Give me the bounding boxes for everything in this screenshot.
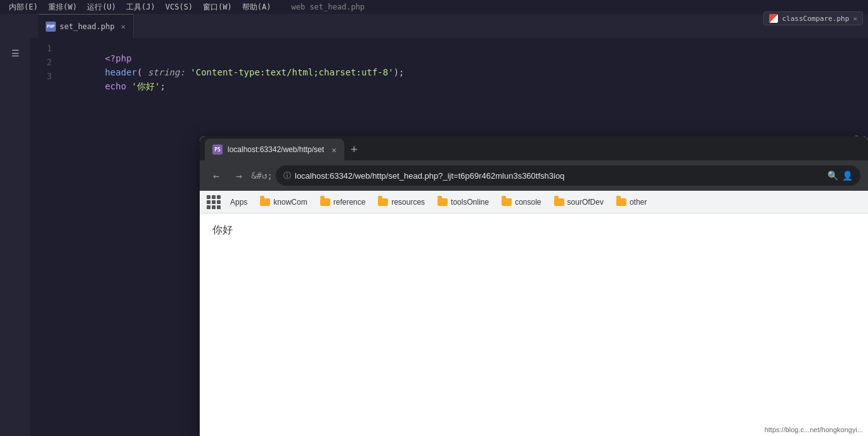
echo-keyword: echo: [105, 81, 126, 91]
bookmark-resources[interactable]: resources: [373, 195, 430, 209]
bookmark-sourOfDev-label: sourOfDev: [567, 198, 604, 207]
echo-string-value: '你好': [132, 81, 160, 91]
code-lines: 1 <?php 2 header( string: 'Content-type:…: [30, 38, 868, 85]
browser-back-button[interactable]: ←: [207, 167, 225, 184]
editor-tab-set-head[interactable]: PHP set_head.php ✕: [38, 14, 134, 38]
bookmark-resources-folder-icon: [378, 198, 388, 206]
bookmark-apps-label: Apps: [230, 198, 247, 207]
browser-window: PS localhost:63342/web/http/set ✕ + ← → …: [200, 136, 868, 436]
menu-item-bangzhu[interactable]: 帮助(A): [238, 1, 275, 14]
sidebar-toggle-button[interactable]: ☰: [5, 43, 25, 63]
bookmark-folder-icon: [260, 198, 270, 206]
bookmark-sourOfDev[interactable]: sourOfDev: [549, 195, 609, 209]
browser-address-bar-row: ← → &#↺; ⓘ localhost:63342/web/http/set_…: [200, 160, 868, 191]
line-number-2: 2: [30, 57, 62, 67]
menu-item-yunxing[interactable]: 运行(U): [83, 1, 120, 14]
browser-forward-button[interactable]: →: [230, 167, 248, 184]
code-line-2: 2 header( string: 'Content-type:text/htm…: [30, 57, 868, 71]
menu-item-vcs[interactable]: VCS(S): [162, 1, 197, 13]
class-compare-label: classCompare.php: [782, 15, 849, 23]
browser-reload-button[interactable]: &#↺;: [253, 167, 271, 184]
bookmark-apps[interactable]: Apps: [225, 195, 252, 209]
bookmark-knowcom[interactable]: knowCom: [255, 195, 312, 209]
apps-grid: [207, 195, 221, 209]
bookmark-reference-label: reference: [334, 198, 366, 207]
header-string-value: 'Content-type:text/html;charset:utf-8': [190, 67, 393, 77]
line-number-3: 3: [30, 71, 62, 81]
menu-item-filepath: web set_head.php: [287, 1, 368, 13]
bookmark-console-label: console: [515, 198, 541, 207]
bookmark-other-folder-icon: [616, 198, 626, 206]
bookmark-sourOfDev-folder-icon: [554, 198, 564, 206]
bookmark-reference[interactable]: reference: [315, 195, 371, 209]
menu-item-chuangkou[interactable]: 窗口(W): [199, 1, 236, 14]
line-number-1: 1: [30, 43, 62, 53]
new-tab-button[interactable]: +: [347, 142, 361, 155]
side-toolbar: ☰: [0, 38, 30, 436]
line-content-3: echo '你好';: [62, 71, 165, 103]
tab-filename: set_head.php: [60, 22, 115, 31]
bookmark-knowcom-label: knowCom: [273, 198, 307, 207]
code-line-1: 1 <?php: [30, 43, 868, 57]
bookmark-toolsonline-folder-icon: [437, 198, 448, 206]
class-compare-tab[interactable]: classCompare.php ✕: [763, 11, 863, 25]
bookmark-other-label: other: [630, 198, 647, 207]
addr-right-icons: 🔍 👤: [827, 170, 853, 181]
profile-icon[interactable]: 👤: [842, 170, 853, 181]
browser-favicon: PS: [212, 144, 223, 155]
browser-tab-title: localhost:63342/web/http/set: [228, 145, 324, 154]
page-hello-text: 你好: [212, 224, 855, 237]
favicon-label: PS: [214, 147, 221, 153]
status-hint: https://blog.c...net/hongkongyi...: [765, 426, 863, 433]
browser-page-content: 你好: [200, 214, 868, 436]
code-line-3: 3 echo '你好';: [30, 71, 868, 85]
bookmark-console[interactable]: console: [496, 195, 546, 209]
address-bar[interactable]: ⓘ localhost:63342/web/http/set_head.php?…: [276, 165, 860, 186]
browser-tab-close-button[interactable]: ✕: [332, 145, 337, 155]
tab-close-button[interactable]: ✕: [121, 22, 126, 31]
bookmarks-bar: Apps knowCom reference resources toolsOn…: [200, 191, 868, 214]
bookmark-resources-label: resources: [391, 198, 425, 207]
menu-bar: 内部(E) 重排(W) 运行(U) 工具(J) VCS(S) 窗口(W) 帮助(…: [0, 0, 868, 14]
bookmark-other[interactable]: other: [611, 195, 652, 209]
browser-active-tab[interactable]: PS localhost:63342/web/http/set ✕: [205, 139, 344, 160]
browser-chrome: PS localhost:63342/web/http/set ✕ +: [200, 136, 868, 160]
bookmark-reference-folder-icon: [320, 198, 330, 206]
menu-item-chongpai[interactable]: 重排(W): [44, 1, 81, 14]
bookmark-console-folder-icon: [502, 198, 512, 206]
php-file-icon: PHP: [46, 22, 56, 32]
bookmarks-apps-icon[interactable]: [205, 193, 223, 211]
tab-bar: PHP set_head.php ✕: [0, 14, 868, 38]
menu-item-gongju[interactable]: 工具(J): [122, 1, 159, 14]
bookmark-toolsonline-label: toolsOnline: [451, 198, 489, 207]
url-text: localhost:63342/web/http/set_head.php?_i…: [295, 171, 824, 181]
search-icon[interactable]: 🔍: [827, 170, 838, 181]
lock-icon: ⓘ: [283, 170, 291, 181]
class-compare-icon: [769, 14, 778, 23]
bookmark-toolsonline[interactable]: toolsOnline: [432, 195, 494, 209]
class-compare-close[interactable]: ✕: [853, 15, 857, 23]
menu-item-nebu[interactable]: 内部(E): [5, 1, 42, 14]
